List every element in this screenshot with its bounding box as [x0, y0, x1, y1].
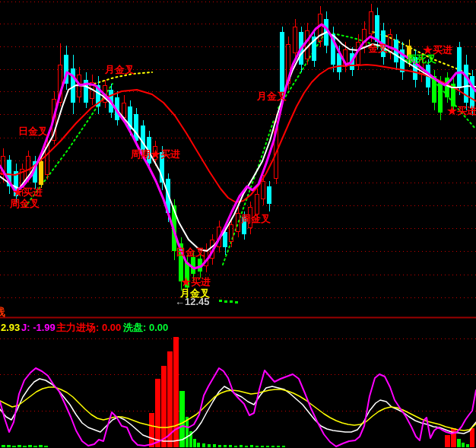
stock-trading-chart-window: 月金叉日金叉★买进周金叉周期★买进月金叉周金叉日金叉★买进月金叉←12.45金叉…: [0, 0, 476, 448]
candlestick-and-indicator-chart[interactable]: [0, 0, 476, 448]
wash-value: 洗盘: 0.00: [123, 322, 168, 333]
kdj-j-value: J: -1.99: [21, 322, 56, 333]
indicator-name-fragment: 线: [0, 306, 5, 319]
indicator-header-row: 2.93 J: -1.99 主力进场: 0.00 洗盘: 0.00: [0, 322, 476, 334]
main-force-value: 主力进场: 0.00: [56, 322, 121, 333]
kdj-d-value: 2.93: [1, 322, 20, 333]
